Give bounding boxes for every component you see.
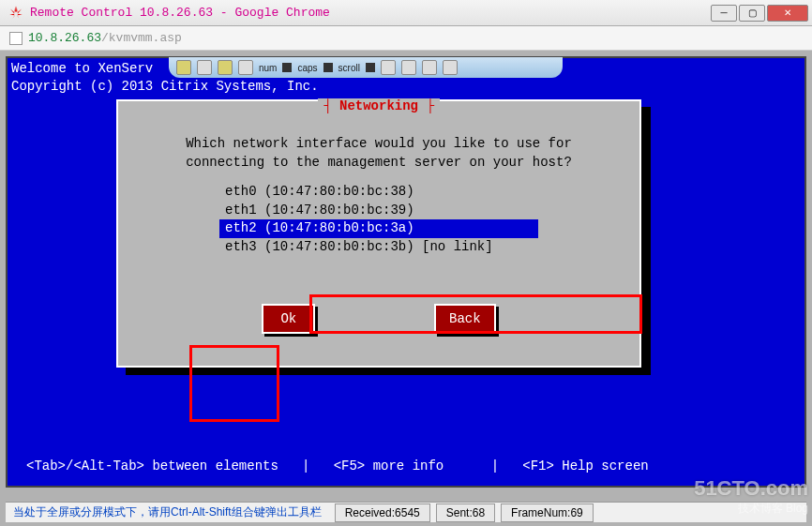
num-led-icon [282, 63, 292, 72]
caps-indicator: caps [297, 63, 317, 73]
networking-dialog: ┤ Networking ├ Which network interface w… [116, 99, 641, 368]
dialog-prompt-1: Which network interface would you like t… [141, 135, 617, 154]
window-title: Remote Control 10.8.26.63 - Google Chrom… [30, 6, 711, 20]
window-controls: ─ ▢ ✕ [711, 5, 808, 22]
ok-button[interactable]: Ok [262, 304, 315, 334]
num-indicator: num [259, 63, 277, 73]
url-bar[interactable]: 10.8.26.63/kvmvmm.asp [0, 26, 812, 51]
status-message: 当处于全屏或分屏模式下，请用Ctrl-Alt-Shift组合键弹出工具栏 [6, 504, 329, 520]
interface-option-eth1[interactable]: eth1 (10:47:80:b0:bc:39) [219, 202, 538, 220]
power-icon[interactable] [422, 60, 437, 75]
close-button[interactable]: ✕ [767, 5, 808, 22]
interface-list[interactable]: eth0 (10:47:80:b0:bc:38) eth1 (10:47:80:… [219, 183, 538, 256]
help-line: <Tab>/<Alt-Tab> between elements | <F5> … [26, 458, 649, 475]
help-icon[interactable] [443, 60, 458, 75]
interface-option-eth2[interactable]: eth2 (10:47:80:b0:bc:3a) [219, 219, 538, 238]
kvm-toolbar: num caps scroll [169, 57, 563, 78]
url-path: /kvmvmm.asp [101, 31, 182, 45]
minimize-button[interactable]: ─ [711, 5, 737, 22]
dialog-title: ┤ Networking ├ [318, 98, 440, 113]
caps-led-icon [323, 63, 333, 72]
keyboard-icon[interactable] [218, 60, 233, 75]
toolbar-icon-1[interactable] [176, 60, 191, 75]
scroll-led-icon [366, 63, 375, 72]
cd-icon[interactable] [381, 60, 396, 75]
page-icon [9, 32, 23, 45]
status-received: Received:6545 [335, 503, 430, 522]
interface-option-eth0[interactable]: eth0 (10:47:80:b0:bc:38) [219, 183, 538, 202]
back-button[interactable]: Back [434, 304, 496, 334]
status-bar: 当处于全屏或分屏模式下，请用Ctrl-Alt-Shift组合键弹出工具栏 Rec… [6, 502, 806, 522]
huawei-logo-icon [8, 5, 24, 22]
maximize-button[interactable]: ▢ [739, 5, 765, 22]
status-frame: FrameNum:69 [501, 503, 594, 522]
tool-icon[interactable] [401, 60, 416, 75]
toolbar-icon-2[interactable] [197, 60, 212, 75]
scroll-indicator: scroll [338, 63, 360, 73]
dialog-prompt-2: connecting to the management server on y… [141, 154, 617, 173]
status-sent: Sent:68 [436, 503, 495, 522]
window-titlebar: Remote Control 10.8.26.63 - Google Chrom… [0, 0, 812, 26]
fullscreen-icon[interactable] [238, 60, 253, 75]
url-host: 10.8.26.63 [28, 31, 101, 45]
interface-option-eth3[interactable]: eth3 (10:47:80:b0:bc:3b) [no link] [219, 238, 538, 257]
